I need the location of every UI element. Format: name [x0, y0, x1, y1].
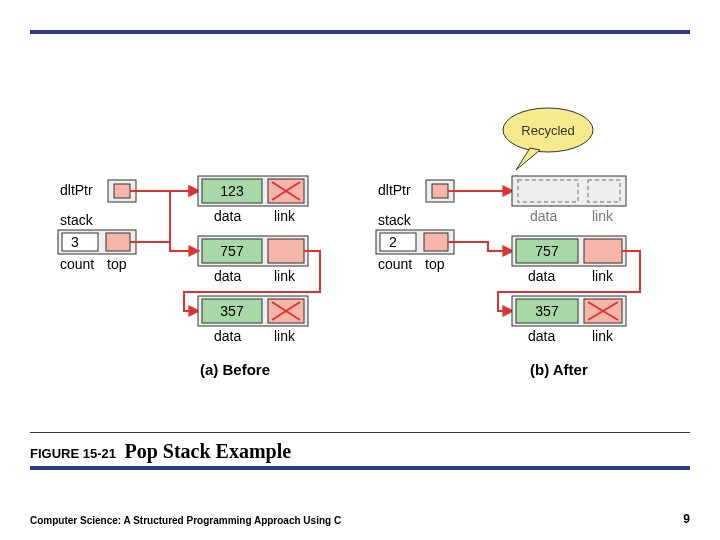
node357-data-label: data	[528, 328, 555, 344]
node3-link-label: link	[274, 328, 296, 344]
count-box-after	[380, 233, 416, 251]
node1-link-label: link	[274, 208, 296, 224]
figure-caption: FIGURE 15-21 Pop Stack Example	[30, 440, 291, 463]
top-label-after: top	[425, 256, 445, 272]
node3-data-label: data	[214, 328, 241, 344]
deleted-data-label: data	[530, 208, 557, 224]
count-box-before	[62, 233, 98, 251]
count-value-before: 3	[71, 234, 79, 250]
arrow-top-to-node1-before	[130, 191, 198, 242]
top-box-before	[106, 233, 130, 251]
node357-link-label: link	[592, 328, 614, 344]
caption-after: (b) After	[530, 361, 588, 378]
top-box-after	[424, 233, 448, 251]
node757-value-after: 757	[535, 243, 559, 259]
dltptr-ptr-after	[432, 184, 448, 198]
dltptr-ptr-before	[114, 184, 130, 198]
count-label-before: count	[60, 256, 94, 272]
stack-label-after: stack	[378, 212, 412, 228]
node757-link-after	[584, 239, 622, 263]
node3-value-before: 357	[220, 303, 244, 319]
footer-text: Computer Science: A Structured Programmi…	[30, 515, 341, 526]
recycled-text: Recycled	[521, 123, 574, 138]
arrow-to-node2-before	[170, 242, 198, 251]
node2-link-label: link	[274, 268, 296, 284]
node757-link-label: link	[592, 268, 614, 284]
arrow-top-to-node-after	[448, 242, 512, 251]
node1-value-before: 123	[220, 183, 244, 199]
figure-title: Pop Stack Example	[124, 440, 291, 462]
dltptr-label-before: dltPtr	[60, 182, 93, 198]
node357-value-after: 357	[535, 303, 559, 319]
count-label-after: count	[378, 256, 412, 272]
count-value-after: 2	[389, 234, 397, 250]
deleted-link-label: link	[592, 208, 614, 224]
node757-data-label: data	[528, 268, 555, 284]
figure-number: FIGURE 15-21	[30, 446, 116, 461]
node2-link-before	[268, 239, 304, 263]
dltptr-label-after: dltPtr	[378, 182, 411, 198]
top-label-before: top	[107, 256, 127, 272]
node2-data-label: data	[214, 268, 241, 284]
node1-data-label: data	[214, 208, 241, 224]
recycled-bubble-tail	[516, 148, 540, 170]
stack-label-before: stack	[60, 212, 94, 228]
node2-value-before: 757	[220, 243, 244, 259]
page-number: 9	[683, 512, 690, 526]
caption-before: (a) Before	[200, 361, 270, 378]
